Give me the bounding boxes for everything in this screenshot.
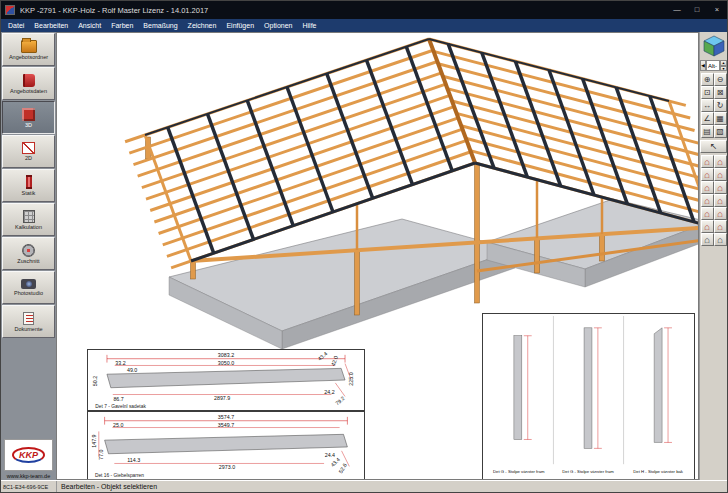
svg-text:52.6: 52.6	[338, 462, 348, 474]
menu-bar: Datei Bearbeiten Ansicht Farben Bemaßung…	[1, 19, 727, 32]
beam-detail-drawing-1: 3083.2 33.2 3050.0 49.0 50.2 2897.9 86.7…	[88, 350, 364, 410]
sidebar-item-zuschnitt[interactable]: Zuschnitt	[2, 237, 55, 270]
menu-zeichnen[interactable]: Zeichnen	[183, 22, 222, 29]
layers-button[interactable]: ▤	[701, 125, 714, 138]
sidebar-item-angebotsordner[interactable]: Angebotsordner	[2, 33, 55, 66]
view-preset-label: Alt-5	[706, 60, 720, 71]
detail-panel-1[interactable]: 3083.2 33.2 3050.0 49.0 50.2 2897.9 86.7…	[87, 349, 365, 411]
svg-text:Det G - Stolpe vänster fram: Det G - Stolpe vänster fram	[562, 469, 614, 474]
construction-view-button-8[interactable]: ⌂	[714, 194, 727, 207]
pan-button[interactable]: ↔	[701, 99, 714, 112]
svg-text:2973.0: 2973.0	[219, 464, 235, 470]
sidebar-item-label: Dokumente	[14, 326, 42, 332]
svg-text:3050.0: 3050.0	[218, 360, 234, 366]
view-preset-control: ◀ Alt-5 ▲ ▼	[700, 60, 727, 71]
display-options-button[interactable]: ▧	[714, 125, 727, 138]
measure-button[interactable]: ∠	[701, 112, 714, 125]
nav-cube-icon[interactable]	[702, 34, 726, 58]
sidebar-icon	[21, 40, 37, 53]
zoom-in-button[interactable]: ⊕	[701, 73, 714, 86]
close-button[interactable]: ×	[707, 1, 727, 19]
sidebar-item-label: Zuschnitt	[17, 258, 39, 264]
sidebar-item-2d[interactable]: 2D	[2, 135, 55, 168]
construction-view-button-2[interactable]: ⌂	[714, 155, 727, 168]
svg-text:42.0: 42.0	[330, 355, 339, 367]
svg-text:79.2: 79.2	[334, 395, 346, 406]
zoom-out-button[interactable]: ⊖	[714, 73, 727, 86]
svg-text:86.7: 86.7	[113, 396, 123, 402]
svg-text:43.4: 43.4	[317, 351, 329, 362]
sidebar-icon	[23, 312, 34, 325]
svg-text:50.2: 50.2	[92, 376, 98, 386]
sidebar-item-3d[interactable]: 3D	[2, 101, 55, 134]
menu-bemassung[interactable]: Bemaßung	[138, 22, 182, 29]
construction-view-button-5[interactable]: ⌂	[701, 181, 714, 194]
maximize-button[interactable]: □	[687, 1, 707, 19]
menu-datei[interactable]: Datei	[3, 22, 29, 29]
construction-view-button-1[interactable]: ⌂	[701, 155, 714, 168]
svg-text:114.3: 114.3	[127, 457, 140, 463]
construction-view-button-7[interactable]: ⌂	[701, 194, 714, 207]
view-spin-down-button[interactable]: ▼	[720, 66, 727, 72]
zoom-window-button[interactable]: ⊡	[701, 86, 714, 99]
menu-optionen[interactable]: Optionen	[259, 22, 297, 29]
menu-einfuegen[interactable]: Einfügen	[221, 22, 259, 29]
construction-view-button-10[interactable]: ⌂	[714, 207, 727, 220]
sidebar-item-label: 3D	[25, 122, 32, 128]
zoom-extents-button[interactable]: ⊠	[714, 86, 727, 99]
status-bar: 8C1-E34-696-9CE Bearbeiten - Objekt sele…	[1, 480, 727, 492]
sidebar-item-label: Angebotsdaten	[10, 88, 47, 94]
sidebar-item-label: Kalkulation	[15, 224, 42, 230]
construction-view-button-11[interactable]: ⌂	[701, 220, 714, 233]
app-icon	[5, 5, 15, 15]
post-details-panel[interactable]: Det G - Stolpe vänster fram Det G - Stol…	[482, 313, 695, 480]
post-detail-drawings: Det G - Stolpe vänster fram Det G - Stol…	[483, 314, 694, 479]
svg-text:3574.7: 3574.7	[218, 414, 234, 420]
left-sidebar: Angebotsordner Angebotsdaten 3D	[1, 32, 56, 480]
svg-text:33.2: 33.2	[115, 360, 125, 366]
svg-text:Det 16 - Giebelsparren: Det 16 - Giebelsparren	[95, 473, 144, 478]
sidebar-item-photostudio[interactable]: Photostudio	[2, 271, 55, 304]
construction-view-button-14[interactable]: ⌂	[714, 233, 727, 246]
website-link: www.kkp-team.de	[1, 471, 56, 480]
svg-text:25.0: 25.0	[113, 422, 123, 428]
sidebar-item-label: Angebotsordner	[9, 54, 48, 60]
construction-view-button-3[interactable]: ⌂	[701, 168, 714, 181]
detail-panel-2[interactable]: 3574.7 25.0 3549.7 147.9 77.0 114.3 2973…	[87, 411, 365, 480]
svg-text:49.0: 49.0	[127, 367, 137, 373]
svg-text:Det G - Stolpe vänster fram: Det G - Stolpe vänster fram	[493, 469, 545, 474]
construction-view-button-13[interactable]: ⌂	[701, 233, 714, 246]
construction-view-button-4[interactable]: ⌂	[714, 168, 727, 181]
sidebar-item-statik[interactable]: Statik	[2, 169, 55, 202]
view-tools-group: ⊕ ⊖ ⊡ ⊠ ↔ ↻ ∠ ▦ ▤ ▧	[700, 73, 728, 138]
sidebar-icon	[23, 74, 35, 87]
svg-text:147.9: 147.9	[91, 434, 97, 447]
title-bar: KKP -2791 - KKP-Holz - Rolf Master Lizen…	[1, 1, 727, 19]
sidebar-item-dokumente[interactable]: Dokumente	[2, 305, 55, 338]
minimize-button[interactable]: —	[667, 1, 687, 19]
svg-text:Det H - Stolpe vänster bak: Det H - Stolpe vänster bak	[633, 469, 684, 474]
menu-ansicht[interactable]: Ansicht	[73, 22, 106, 29]
orbit-button[interactable]: ↻	[714, 99, 727, 112]
drawing-canvas[interactable]: 3083.2 33.2 3050.0 49.0 50.2 2897.9 86.7…	[56, 32, 699, 480]
menu-bearbeiten[interactable]: Bearbeiten	[29, 22, 73, 29]
menu-farben[interactable]: Farben	[106, 22, 138, 29]
kkp-logo: KKP	[4, 439, 53, 471]
svg-text:Det 7 - Gavelnl sadetak: Det 7 - Gavelnl sadetak	[95, 404, 146, 409]
construction-view-button-12[interactable]: ⌂	[714, 220, 727, 233]
svg-text:43.4: 43.4	[329, 456, 341, 468]
right-toolbar: ◀ Alt-5 ▲ ▼ ⊕ ⊖ ⊡ ⊠ ↔	[699, 32, 727, 480]
construction-view-button-6[interactable]: ⌂	[714, 181, 727, 194]
construction-view-button-9[interactable]: ⌂	[701, 207, 714, 220]
sidebar-item-label: Statik	[22, 190, 36, 196]
grid-toggle-button[interactable]: ▦	[714, 112, 727, 125]
sidebar-icon	[22, 142, 35, 154]
status-text: Bearbeiten - Objekt selektieren	[56, 481, 727, 492]
window-title: KKP -2791 - KKP-Holz - Rolf Master Lizen…	[20, 6, 667, 15]
select-arrow-button[interactable]: ↖	[700, 140, 727, 153]
sidebar-item-angebotsdaten[interactable]: Angebotsdaten	[2, 67, 55, 100]
svg-text:3083.2: 3083.2	[218, 352, 234, 358]
menu-hilfe[interactable]: Hilfe	[297, 22, 321, 29]
sidebar-item-kalkulation[interactable]: Kalkulation	[2, 203, 55, 236]
kkp-logo-text: KKP	[12, 447, 45, 463]
